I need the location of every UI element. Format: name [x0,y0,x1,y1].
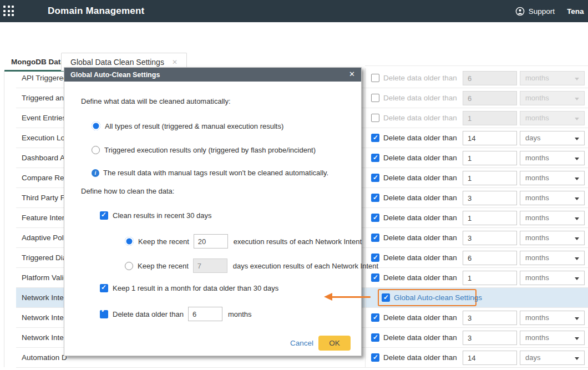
cancel-button[interactable]: Cancel [290,339,313,347]
retention-unit-value: months [525,254,549,262]
retention-unit-select[interactable]: months [520,171,585,185]
data-type-label: Event Entries [22,108,66,128]
retention-value-input[interactable] [463,351,517,365]
retention-value-input[interactable] [463,191,517,205]
chevron-down-icon [575,78,579,80]
row-controls: Delete data older than months [365,308,588,327]
retention-value-input[interactable] [463,91,517,105]
delete-older-prefix: Delete data older than [113,310,184,318]
delete-older-input[interactable] [188,307,222,321]
checkbox-row-keep-one: Keep 1 result in a month for data older … [100,284,397,292]
data-type-label: Third Party Fl [22,188,67,207]
retention-value-input[interactable] [463,271,517,285]
info-icon: i [92,169,99,177]
delete-data-checkbox[interactable] [371,74,379,82]
chevron-down-icon [575,317,579,320]
retention-unit-select[interactable]: months [520,311,585,325]
support-user-icon [515,7,525,16]
data-type-label: Compare Res [22,168,68,187]
radio-keep-days[interactable] [125,262,133,270]
retention-unit-value: months [525,234,549,242]
retention-unit-select[interactable]: months [520,191,585,205]
retention-value-input[interactable] [463,71,517,85]
keep-count-input[interactable] [194,234,228,249]
app-title: Domain Management [48,6,144,17]
data-type-label: Dashboard Ad [22,148,69,168]
delete-data-checkbox[interactable] [371,333,379,342]
table-top-border [365,65,588,66]
retention-unit-select[interactable]: months [520,251,585,265]
retention-unit-select[interactable]: months [520,91,585,105]
delete-data-checkbox[interactable] [371,273,379,282]
row-controls: Delete data older than months [365,148,588,168]
delete-data-checkbox[interactable] [371,154,379,162]
radio-row-triggered-only: Triggered execution results only (trigge… [92,146,388,154]
retention-unit-value: months [525,194,549,202]
app-grid-icon[interactable] [3,6,14,17]
delete-data-label: Delete data older than [383,68,457,88]
section-what-label: Define what data will be cleaned automat… [81,97,378,105]
delete-data-checkbox[interactable] [371,353,379,362]
keep-days-input [193,259,227,273]
radio-row-keep-days: Keep the recent days execution results o… [125,259,422,273]
tab-active-label: Global Data Clean Settings [70,58,164,67]
info-row: i The result data with manual tags resul… [92,169,388,177]
retention-unit-value: months [525,94,549,102]
retention-value-input[interactable] [463,311,517,325]
row-controls: Delete data older than days [365,128,588,148]
retention-value-input[interactable] [463,331,517,345]
retention-unit-select[interactable]: months [520,211,585,225]
delete-data-label: Delete data older than [383,188,457,207]
retention-value-input[interactable] [463,111,517,125]
global-auto-clean-settings-link[interactable]: Global Auto-clean Settings [394,288,482,307]
row-controls: Delete data older than months [365,188,588,207]
retention-unit-value: months [525,74,549,82]
retention-value-input[interactable] [463,171,517,185]
radio-all-types[interactable] [92,121,100,130]
radio-keep-count[interactable] [125,237,134,246]
data-type-label: Execution Log [22,128,69,148]
chevron-down-icon [575,197,579,200]
global-auto-clean-checkbox[interactable] [382,293,390,302]
retention-unit-value: days [525,134,540,142]
retention-value-input[interactable] [463,151,517,165]
retention-unit-select[interactable]: months [520,331,585,345]
checkbox-row-clean-recent: Clean results in recent 30 days [100,211,397,220]
retention-unit-select[interactable]: months [520,71,585,85]
retention-unit-select[interactable]: months [520,231,585,245]
keep-one-checkbox[interactable] [100,284,108,292]
tenant-label[interactable]: Tena [567,7,585,16]
domain-management-app: Domain Management Support Tena Start Pag… [0,0,588,370]
keep-one-label: Keep 1 result in a month for data older … [113,284,278,292]
retention-unit-select[interactable]: months [520,111,585,125]
retention-value-input[interactable] [463,251,517,265]
delete-data-label: Delete data older than [383,128,457,148]
modal-title: Global Auto-Clean Settings [70,71,160,79]
data-type-label: Automation D [22,348,67,367]
data-type-label: Adaptive Polli [22,228,67,247]
retention-unit-select[interactable]: days [520,131,585,145]
retention-value-input[interactable] [463,211,517,225]
subtab-mongodb-data[interactable]: MongoDB Data [11,58,65,66]
data-type-label: Triggered Dia [22,248,67,267]
modal-close-icon[interactable]: ✕ [349,70,355,78]
chevron-down-icon [575,178,579,180]
clean-recent-checkbox[interactable] [100,211,108,220]
keep-days-prefix: Keep the recent [138,262,189,270]
ok-button[interactable]: OK [318,336,351,351]
retention-unit-select[interactable]: months [520,151,585,165]
retention-unit-select[interactable]: days [520,351,585,365]
modal-header[interactable]: Global Auto-Clean Settings ✕ [64,68,361,82]
retention-unit-select[interactable]: months [520,271,585,285]
tab-close-icon[interactable]: ✕ [172,58,178,66]
support-link[interactable]: Support [515,7,555,16]
delete-data-checkbox[interactable] [371,114,379,122]
delete-data-checkbox[interactable] [371,134,379,142]
retention-value-input[interactable] [463,131,517,145]
row-controls: Delete data older than months [365,328,588,347]
chevron-down-icon [575,337,579,340]
radio-triggered-only[interactable] [92,146,100,154]
retention-value-input[interactable] [463,231,517,245]
chevron-down-icon [575,257,579,260]
delete-older-checkbox[interactable] [100,310,108,318]
